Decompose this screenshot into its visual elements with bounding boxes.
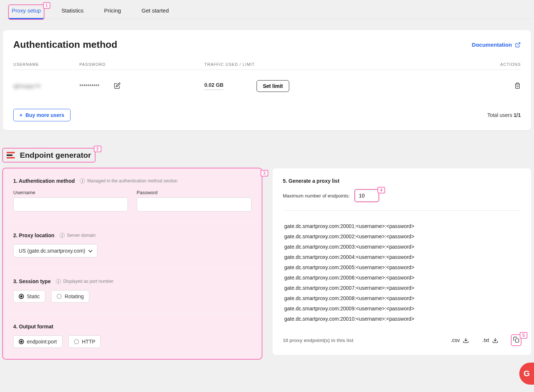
export-csv-label: .csv <box>451 337 460 343</box>
plus-icon: + <box>19 112 22 118</box>
set-limit-button[interactable]: Set limit <box>257 80 289 92</box>
radio-icon <box>74 339 79 344</box>
proxy-line: gate.dc.smartproxy.com:20010:<username>:… <box>283 314 521 324</box>
tab-get-started[interactable]: Get started <box>139 5 172 19</box>
proxy-list-count: 10 proxy endpoint(s) in this list <box>283 338 354 343</box>
step2-hint: Server domain <box>67 233 96 238</box>
export-txt-button[interactable]: .txt <box>482 337 498 343</box>
session-rotating-label: Rotating <box>65 293 84 299</box>
proxy-line: gate.dc.smartproxy.com:20006:<username>:… <box>283 272 521 283</box>
format-endpoint-port-radio[interactable]: endpoint:port <box>13 335 62 348</box>
username-label: Username <box>13 190 128 195</box>
step-auth-method: 1. Authentication method iManaged in the… <box>3 168 262 223</box>
proxy-line: gate.dc.smartproxy.com:20003:<username>:… <box>283 242 521 252</box>
download-icon <box>463 337 469 343</box>
format-http-label: HTTP <box>82 339 96 345</box>
radio-icon <box>19 294 24 299</box>
svg-line-0 <box>517 43 520 45</box>
chevron-down-icon <box>88 248 92 252</box>
divider <box>283 210 521 211</box>
col-password: PASSWORD <box>79 62 204 67</box>
svg-rect-5 <box>515 339 519 342</box>
col-username: USERNAME <box>13 62 79 67</box>
tab-proxy-setup[interactable]: Proxy setup <box>9 5 44 19</box>
step-session-type: 3. Session type iDisplayed as port numbe… <box>3 269 262 314</box>
info-icon: i <box>80 178 85 183</box>
tab-pricing[interactable]: Pricing <box>101 5 124 19</box>
step2-label: 2. Proxy location <box>13 232 54 238</box>
proxy-line: gate.dc.smartproxy.com:20001:<username>:… <box>283 221 521 231</box>
session-static-radio[interactable]: Static <box>13 290 45 303</box>
max-endpoints-input[interactable] <box>355 190 379 202</box>
proxy-location-select[interactable]: US (gate.dc.smartproxy.com) <box>13 244 97 257</box>
proxy-location-value: US (gate.dc.smartproxy.com) <box>19 248 85 254</box>
format-http-radio[interactable]: HTTP <box>68 335 101 348</box>
auth-title: Authentication method <box>13 39 117 50</box>
list-icon <box>7 152 15 158</box>
delete-user-button[interactable] <box>514 84 521 90</box>
password-masked: ********** <box>79 83 99 89</box>
password-input[interactable] <box>137 197 251 211</box>
format-endpoint-port-label: endpoint:port <box>27 339 57 345</box>
trash-icon <box>514 82 521 89</box>
step1-label: 1. Authentication method <box>13 178 75 184</box>
proxy-line: gate.dc.smartproxy.com:20007:<username>:… <box>283 283 521 293</box>
proxy-line: gate.dc.smartproxy.com:20005:<username>:… <box>283 262 521 272</box>
buy-more-users-button[interactable]: + Buy more users <box>13 109 71 121</box>
edit-icon <box>114 82 121 89</box>
nav-tabs: Proxy setup Statistics Pricing Get start… <box>3 0 531 19</box>
col-actions: ACTIONS <box>477 62 521 67</box>
step-output-format: 4. Output format endpoint:port HTTP <box>3 314 262 359</box>
endpoint-gen-config: 1. Authentication method iManaged in the… <box>3 168 262 359</box>
radio-icon <box>19 339 24 344</box>
download-icon <box>492 337 498 343</box>
copy-list-button[interactable] <box>512 335 521 345</box>
export-csv-button[interactable]: .csv <box>451 337 469 343</box>
edit-password-button[interactable] <box>114 82 121 90</box>
documentation-label: Documentation <box>472 42 512 48</box>
export-txt-label: .txt <box>482 337 489 343</box>
buy-more-label: Buy more users <box>25 112 64 118</box>
proxy-line: gate.dc.smartproxy.com:20008:<username>:… <box>283 293 521 303</box>
step1-hint: Managed in the authentication method sec… <box>87 178 178 183</box>
tab-statistics[interactable]: Statistics <box>58 5 86 19</box>
proxy-line: gate.dc.smartproxy.com:20002:<username>:… <box>283 231 521 242</box>
proxy-line: gate.dc.smartproxy.com:20009:<username>:… <box>283 303 521 314</box>
step-proxy-location: 2. Proxy location iServer domain US (gat… <box>3 223 262 269</box>
step3-label: 3. Session type <box>13 278 51 284</box>
info-icon: i <box>60 233 65 238</box>
endpoint-gen-header: Endpoint generator <box>3 149 95 162</box>
password-label: Password <box>137 190 251 195</box>
radio-icon <box>57 294 62 299</box>
endpoint-gen-output: 5. Generate a proxy list Maximum number … <box>273 168 531 355</box>
total-users: Total users 1/1 <box>487 112 521 118</box>
traffic-used: 0.02 GB <box>204 82 223 90</box>
proxy-list: gate.dc.smartproxy.com:20001:<username>:… <box>283 217 521 328</box>
session-static-label: Static <box>27 293 40 299</box>
endpoint-gen-title: Endpoint generator <box>20 151 91 160</box>
col-traffic: TRAFFIC USED / LIMIT <box>204 62 477 67</box>
documentation-link[interactable]: Documentation <box>472 42 521 48</box>
step3-hint: Displayed as port number <box>63 279 114 284</box>
session-rotating-radio[interactable]: Rotating <box>51 290 89 303</box>
step5-label: 5. Generate a proxy list <box>283 178 340 184</box>
proxy-line: gate.dc.smartproxy.com:20004:<username>:… <box>283 252 521 262</box>
username-value: qjhmpgc74 <box>13 83 79 89</box>
info-icon: i <box>56 279 61 284</box>
max-endpoints-label: Maximum number of endpoints: <box>283 193 350 199</box>
external-link-icon <box>515 42 521 48</box>
username-input[interactable] <box>13 197 128 211</box>
step4-label: 4. Output format <box>13 324 53 329</box>
auth-row: qjhmpgc74 ********** 0.02 GB Set limit <box>13 70 521 102</box>
auth-card: Authentication method Documentation USER… <box>3 30 531 130</box>
copy-icon <box>513 336 519 343</box>
